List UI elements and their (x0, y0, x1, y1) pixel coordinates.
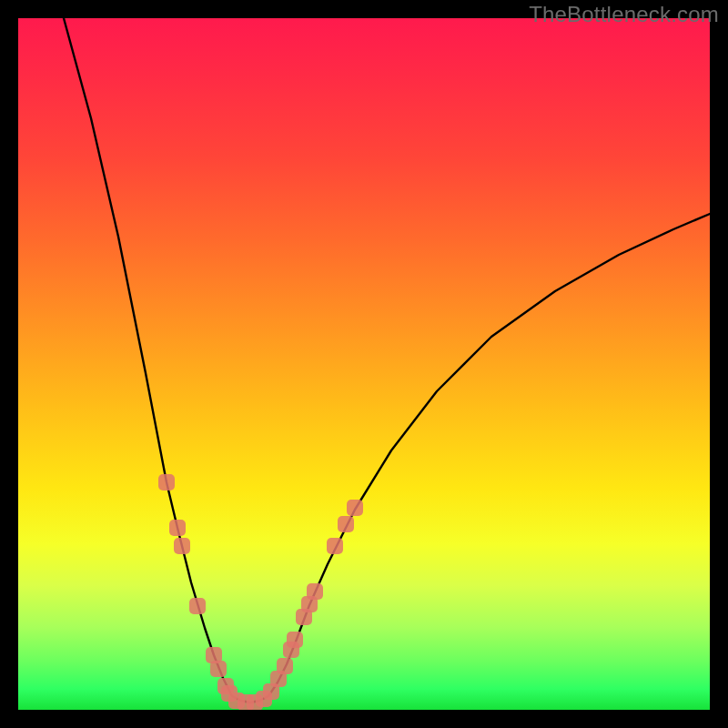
marker-point (277, 658, 293, 674)
marker-point (210, 661, 227, 677)
marker-point (327, 538, 343, 554)
watermark-text: TheBottleneck.com (529, 2, 719, 27)
marker-point (189, 598, 206, 614)
marker-point (158, 474, 175, 490)
marker-point (307, 583, 323, 600)
marker-point (174, 538, 190, 554)
curve-markers (18, 18, 710, 710)
marker-point (287, 632, 303, 648)
marker-point (338, 516, 354, 532)
plot-area (18, 18, 710, 710)
marker-point (169, 520, 186, 536)
marker-point (347, 500, 363, 516)
